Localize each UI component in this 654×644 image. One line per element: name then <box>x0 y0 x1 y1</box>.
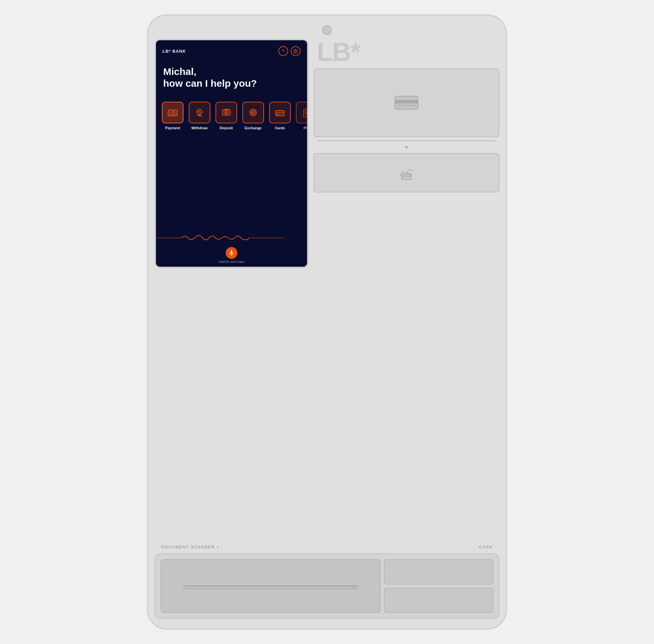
lb-star-logo: LB* <box>314 39 499 65</box>
screen-header: LB* BANK ? <box>156 40 307 59</box>
services-row: Payment Withdraw <box>156 93 307 133</box>
svg-rect-16 <box>395 100 418 104</box>
service-plans[interactable]: Pl... <box>293 102 307 130</box>
svg-rect-11 <box>276 112 284 114</box>
dot-indicator <box>405 146 408 148</box>
svg-rect-12 <box>277 115 279 115</box>
service-payment[interactable]: Payment <box>159 102 186 130</box>
voice-hint: Hold for voice input <box>219 260 244 263</box>
svg-rect-19 <box>402 174 411 180</box>
plans-label: Pl... <box>304 126 307 130</box>
header-buttons: ? <box>278 46 300 56</box>
deposit-icon-box: $ <box>216 102 237 123</box>
svg-point-1 <box>295 51 297 52</box>
right-panel: LB* <box>314 39 499 542</box>
atm-screen: LB* BANK ? Mic <box>155 39 308 268</box>
cards-label: Cards <box>275 126 285 130</box>
main-content-area: LB* BANK ? Mic <box>155 39 499 542</box>
hw-button-2 <box>384 588 493 613</box>
card-reader-icon <box>393 93 419 113</box>
camera-button[interactable] <box>291 46 300 56</box>
scanner-dropdown-icon[interactable]: ▼ <box>216 546 220 549</box>
camera-notch <box>322 25 332 35</box>
help-button[interactable]: ? <box>278 46 288 56</box>
deposit-label: Deposit <box>220 126 233 130</box>
bottom-section: DOCUMENT SCANNER ▼ CASH <box>155 545 499 619</box>
service-exchange[interactable]: $ Exchange <box>240 102 267 130</box>
card-insert-icon <box>397 165 416 181</box>
hw-button-1 <box>384 559 493 584</box>
svg-rect-13 <box>304 109 307 117</box>
card-reader <box>314 68 499 137</box>
withdraw-icon-box <box>189 102 210 123</box>
waveform <box>156 231 307 245</box>
exchange-icon-box: $ <box>242 102 264 123</box>
document-scanner-label: DOCUMENT SCANNER ▼ <box>161 545 220 549</box>
welcome-text: Michal, how can I help you? <box>163 66 300 89</box>
payment-icon-box <box>162 102 184 123</box>
voice-button-area: Hold for voice input <box>219 247 244 263</box>
kiosk-device: LB* BANK ? Mic <box>147 15 507 629</box>
plans-icon-box <box>296 102 307 123</box>
mic-button[interactable] <box>226 247 237 259</box>
welcome-section: Michal, how can I help you? <box>156 59 307 93</box>
payment-label: Payment <box>165 126 180 130</box>
svg-rect-14 <box>231 251 233 254</box>
service-deposit[interactable]: $ Deposit <box>213 102 240 130</box>
separator <box>317 140 496 141</box>
exchange-label: Exchange <box>245 126 262 130</box>
withdraw-label: Withdraw <box>191 126 207 130</box>
bank-logo: LB* BANK <box>163 49 186 54</box>
right-hw-buttons <box>384 559 493 613</box>
svg-text:$: $ <box>225 112 226 114</box>
hardware-bottom <box>155 553 499 619</box>
svg-rect-3 <box>169 114 176 115</box>
svg-rect-17 <box>397 105 404 106</box>
service-withdraw[interactable]: Withdraw <box>186 102 213 130</box>
cash-label: CASH <box>479 545 493 549</box>
card-insert-slot <box>314 153 499 192</box>
cards-icon-box <box>269 102 291 123</box>
svg-rect-18 <box>405 105 416 106</box>
voice-area: Hold for voice input <box>156 237 307 267</box>
scanner-slot <box>161 559 381 613</box>
scanner-cash-row: DOCUMENT SCANNER ▼ CASH <box>155 545 499 549</box>
service-cards[interactable]: Cards <box>267 102 293 130</box>
